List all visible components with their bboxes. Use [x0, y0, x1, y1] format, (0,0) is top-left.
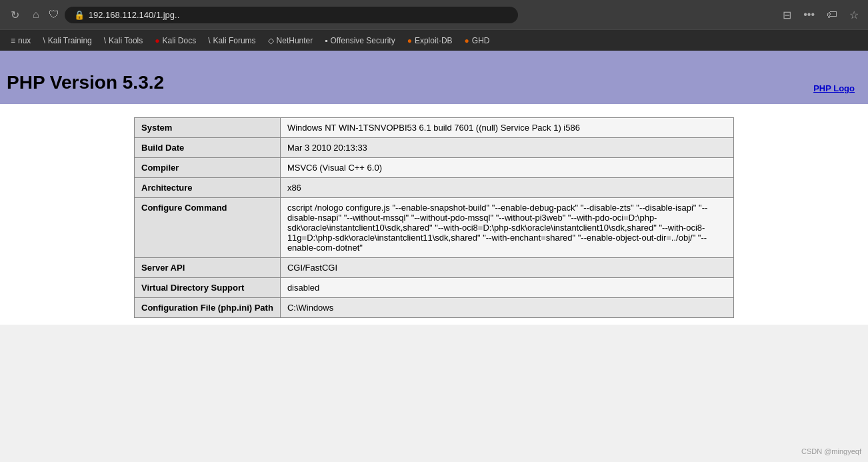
kali-docs-icon: ●: [155, 36, 159, 45]
bookmark-kali-training[interactable]: \ Kali Training: [37, 34, 97, 47]
row-label: Server API: [135, 258, 281, 278]
bookmark-kali-docs-label: Kali Docs: [163, 36, 197, 45]
bookmark-kali-linux-label: nux: [18, 36, 31, 45]
kali-linux-icon: ≡: [11, 36, 15, 45]
row-value: MSVC6 (Visual C++ 6.0): [280, 158, 733, 178]
toolbar-right: ⊟ ••• 🏷 ☆: [780, 6, 861, 24]
table-row: CompilerMSVC6 (Visual C++ 6.0): [135, 158, 734, 178]
kali-tools-icon: \: [104, 36, 106, 45]
php-header: PHP Version 5.3.2 PHP Logo: [0, 51, 868, 104]
table-row: Build DateMar 3 2010 20:13:33: [135, 138, 734, 158]
bookmark-ghd[interactable]: ● GHD: [459, 34, 495, 47]
info-table-wrapper: SystemWindows NT WIN-1TSNVOPBI53 6.1 bui…: [127, 104, 741, 325]
bookmark-exploit-db-label: Exploit-DB: [415, 36, 453, 45]
table-row: SystemWindows NT WIN-1TSNVOPBI53 6.1 bui…: [135, 118, 734, 138]
bookmark-offensive-security-label: Offensive Security: [331, 36, 395, 45]
bookmark-kali-linux[interactable]: ≡ nux: [5, 34, 36, 47]
home-button[interactable]: ⌂: [29, 6, 43, 23]
row-label: System: [135, 118, 281, 138]
row-value: Mar 3 2010 20:13:33: [280, 138, 733, 158]
kali-forums-icon: \: [208, 36, 210, 45]
table-row: Architecturex86: [135, 178, 734, 198]
reload-button[interactable]: ↻: [7, 6, 23, 24]
row-value: x86: [280, 178, 733, 198]
row-label: Compiler: [135, 158, 281, 178]
table-row: Virtual Directory Supportdisabled: [135, 278, 734, 298]
kali-training-icon: \: [43, 36, 45, 45]
row-value: disabled: [280, 278, 733, 298]
exploit-db-icon: ●: [407, 36, 412, 45]
row-value: CGI/FastCGI: [280, 258, 733, 278]
nethunter-icon: ◇: [268, 36, 274, 45]
php-info-table: SystemWindows NT WIN-1TSNVOPBI53 6.1 bui…: [134, 117, 734, 318]
row-label: Build Date: [135, 138, 281, 158]
lock-icon: 🔒: [74, 10, 85, 20]
pocket-button[interactable]: 🏷: [824, 6, 840, 23]
bookmark-ghd-label: GHD: [472, 36, 490, 45]
address-bar[interactable]: 🔒 192.168.112.140/1.jpg..: [65, 7, 518, 23]
row-label: Configuration File (php.ini) Path: [135, 298, 281, 318]
row-label: Configure Command: [135, 198, 281, 258]
offensive-security-icon: ▪: [325, 36, 327, 45]
bookmark-exploit-db[interactable]: ● Exploit-DB: [402, 34, 458, 47]
table-row: Configuration File (php.ini) PathC:\Wind…: [135, 298, 734, 318]
menu-button[interactable]: •••: [801, 6, 817, 23]
page-content: PHP Version 5.3.2 PHP Logo SystemWindows…: [0, 51, 868, 325]
bookmark-kali-forums-label: Kali Forums: [213, 36, 256, 45]
row-value: C:\Windows: [280, 298, 733, 318]
browser-chrome: ↻ ⌂ 🛡 🔒 192.168.112.140/1.jpg.. ⊟ ••• 🏷 …: [0, 0, 868, 51]
php-logo-link[interactable]: PHP Logo: [813, 83, 855, 93]
bookmarks-bar: ≡ nux \ Kali Training \ Kali Tools ● Kal…: [0, 29, 868, 51]
row-value: Windows NT WIN-1TSNVOPBI53 6.1 build 760…: [280, 118, 733, 138]
row-value: cscript /nologo configure.js "--enable-s…: [280, 198, 733, 258]
bookmark-kali-tools[interactable]: \ Kali Tools: [99, 34, 148, 47]
bookmark-kali-training-label: Kali Training: [48, 36, 92, 45]
bookmark-nethunter-label: NetHunter: [277, 36, 313, 45]
bookmark-button[interactable]: ☆: [847, 6, 861, 24]
bookmark-kali-tools-label: Kali Tools: [109, 36, 143, 45]
ghd-icon: ●: [465, 36, 469, 45]
bookmark-kali-docs[interactable]: ● Kali Docs: [149, 34, 201, 47]
url-text: 192.168.112.140/1.jpg..: [89, 10, 180, 20]
php-version-title: PHP Version 5.3.2: [7, 72, 164, 93]
row-label: Architecture: [135, 178, 281, 198]
bookmark-nethunter[interactable]: ◇ NetHunter: [263, 34, 319, 47]
bookmark-kali-forums[interactable]: \ Kali Forums: [203, 34, 261, 47]
shield-icon: 🛡: [49, 9, 59, 21]
browser-toolbar: ↻ ⌂ 🛡 🔒 192.168.112.140/1.jpg.. ⊟ ••• 🏷 …: [0, 0, 868, 29]
table-row: Server APICGI/FastCGI: [135, 258, 734, 278]
bookmark-offensive-security[interactable]: ▪ Offensive Security: [319, 34, 400, 47]
reader-mode-button[interactable]: ⊟: [780, 6, 794, 24]
table-row: Configure Commandcscript /nologo configu…: [135, 198, 734, 258]
row-label: Virtual Directory Support: [135, 278, 281, 298]
